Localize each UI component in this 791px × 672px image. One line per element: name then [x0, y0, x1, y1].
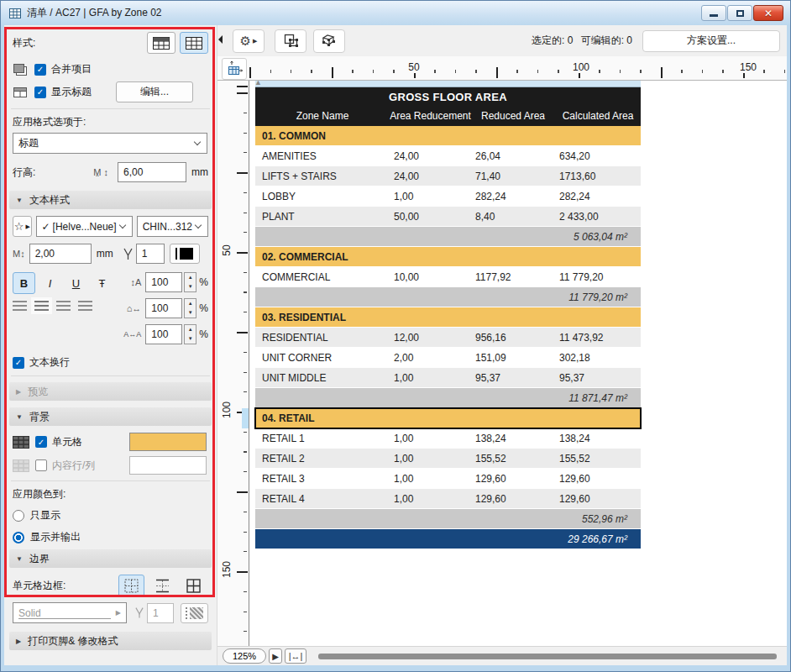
flyout-arrow-icon: ▶	[253, 38, 257, 45]
group-row[interactable]: 04. RETAIL	[255, 408, 641, 428]
fit-width-button[interactable]: |↔|	[285, 648, 306, 664]
summary-row[interactable]: 552,96 m²	[255, 509, 641, 529]
data-row[interactable]: LIFTS + STAIRS24,0071,401713,60	[255, 166, 641, 186]
table-header[interactable]: GROSS FLOOR AREA Zone Name Area Reduceme…	[255, 87, 641, 126]
section-background[interactable]: ▼ 背景	[9, 407, 212, 426]
restore-button[interactable]	[727, 5, 752, 21]
panel-collapse-arrow[interactable]	[218, 35, 223, 44]
style-compact-button[interactable]	[147, 32, 175, 54]
table-title: GROSS FLOOR AREA	[255, 87, 641, 106]
column-drag-strip[interactable]: ▲	[255, 81, 641, 87]
row-height-input[interactable]: 6,00	[118, 162, 186, 182]
group-row[interactable]: 02. COMMERCIAL	[255, 247, 641, 267]
summary-row[interactable]: 5 063,04 m²	[255, 227, 641, 247]
collapse-icon: ▼	[16, 413, 23, 421]
data-row[interactable]: AMENITIES24,0026,04634,20	[255, 146, 641, 166]
total-row[interactable]: 29 266,67 m²	[255, 529, 641, 549]
font-select[interactable]: ✓ [Helve...Neue]	[36, 216, 133, 237]
data-row[interactable]: RETAIL 11,00138,24138,24	[255, 428, 641, 449]
apply-color-label: 应用颜色到:	[13, 487, 65, 501]
data-row[interactable]: RETAIL 41,00129,60129,60	[255, 489, 641, 509]
merge-items-checkbox[interactable]: ✓	[34, 64, 46, 76]
section-print-footer[interactable]: ▶ 打印页脚& 修改格式	[9, 632, 212, 650]
summary-row[interactable]: 11 871,47 m²	[255, 388, 641, 408]
section-preview[interactable]: ▶ 预览	[9, 382, 212, 401]
display-output-radio[interactable]	[13, 532, 24, 543]
width-factor-stepper[interactable]: ▲▼	[184, 298, 196, 318]
text-height-icon: M↕	[13, 249, 25, 259]
settings-flyout-button[interactable]: ⚙ ▶	[233, 29, 265, 53]
format-target-select[interactable]: 标题	[13, 133, 207, 154]
data-row[interactable]: UNIT MIDDLE1,0095,3795,37	[255, 368, 641, 388]
text-size-unit: mm	[97, 248, 113, 260]
bottom-bar: 125% ▶ |↔|	[217, 646, 787, 665]
border-pen-input[interactable]: 1	[147, 603, 174, 623]
schedule-page[interactable]: ▲ GROSS FLOOR AREA Zone Name Area Reduce…	[249, 81, 787, 646]
data-row[interactable]: PLANT50,008,402 433,00	[255, 207, 641, 227]
underline-button[interactable]: U	[65, 272, 87, 294]
line-spacing-stepper[interactable]: ▲▼	[184, 272, 196, 292]
align-justify-icon[interactable]	[78, 301, 92, 311]
vertical-ruler[interactable]: 50 100 150	[217, 81, 249, 646]
text-wrap-label: 文本换行	[29, 355, 70, 370]
cell-background-checkbox[interactable]: ✓	[35, 436, 47, 448]
group-row[interactable]: 03. RESIDENTIAL	[255, 307, 641, 328]
horizontal-ruler[interactable]: 50 100 150	[217, 56, 787, 81]
text-wrap-checkbox[interactable]: ✓	[13, 357, 24, 369]
align-right-icon[interactable]	[56, 301, 71, 311]
horizontal-scrollbar[interactable]	[318, 654, 777, 659]
align-center-icon[interactable]	[34, 301, 49, 311]
data-row[interactable]: RESIDENTIAL12,00956,1611 473,92	[255, 328, 641, 348]
line-spacing-input[interactable]: 100	[145, 272, 182, 292]
display-only-radio[interactable]	[13, 510, 24, 522]
italic-button[interactable]: I	[39, 272, 61, 294]
summary-row[interactable]: 11 779,20 m²	[255, 287, 641, 307]
close-button[interactable]: ✕	[753, 5, 783, 21]
zoom-level-button[interactable]: 125%	[223, 648, 266, 664]
border-horizontal-button[interactable]	[149, 575, 175, 597]
ruler-origin-button[interactable]	[222, 58, 247, 80]
encoding-select[interactable]: CHIN...312	[137, 216, 208, 237]
scheme-settings-button[interactable]: 方案设置...	[642, 30, 780, 52]
zoom-flyout-button[interactable]: ▶	[269, 648, 282, 664]
tracking-input[interactable]: 100	[145, 324, 182, 344]
show-header-checkbox[interactable]: ✓	[34, 87, 46, 98]
tracking-stepper[interactable]: ▲▼	[184, 324, 196, 344]
border-line-type-select[interactable]: Solid ▶	[13, 602, 127, 623]
row-color-swatch[interactable]	[129, 456, 207, 475]
group-row[interactable]: 01. COMMON	[255, 126, 641, 146]
text-size-input[interactable]: 2,00	[29, 244, 92, 264]
col-zone-name[interactable]: Zone Name	[255, 110, 390, 122]
pen-number-input[interactable]: 1	[136, 244, 165, 264]
col-area-reducement[interactable]: Area Reducement	[390, 110, 471, 122]
data-row[interactable]: UNIT CORNER2,00151,09302,18	[255, 348, 641, 368]
schedule-table[interactable]: GROSS FLOOR AREA Zone Name Area Reduceme…	[255, 87, 641, 549]
bold-button[interactable]: B	[13, 272, 35, 294]
border-dotted-button[interactable]	[118, 575, 144, 597]
minimize-button[interactable]	[701, 5, 726, 21]
select-zone-button[interactable]	[275, 29, 306, 53]
tracking-icon: A↔A	[123, 330, 141, 339]
select-3d-button[interactable]	[313, 29, 345, 53]
col-reduced-area[interactable]: Reduced Area	[471, 110, 555, 122]
col-calculated-area[interactable]: Calculated Area	[555, 110, 641, 122]
data-row[interactable]: RETAIL 31,00129,60129,60	[255, 469, 641, 489]
edit-button[interactable]: 编辑...	[116, 81, 193, 102]
row-background-checkbox[interactable]	[35, 459, 47, 471]
section-border[interactable]: ▼ 边界	[9, 549, 212, 568]
pen-color-button[interactable]	[170, 244, 200, 264]
data-row[interactable]: COMMERCIAL10,001177,9211 779,20	[255, 267, 641, 287]
favorite-text-style-button[interactable]: ☆▶	[13, 216, 32, 237]
data-row[interactable]: RETAIL 21,00155,52155,52	[255, 449, 641, 469]
section-text-style[interactable]: ▼ 文本样式	[9, 191, 212, 209]
width-factor-input[interactable]: 100	[145, 298, 182, 318]
strikethrough-button[interactable]: Ŧ	[91, 272, 113, 294]
data-row[interactable]: LOBBY1,00282,24282,24	[255, 186, 641, 207]
cell-color-swatch[interactable]	[129, 433, 207, 451]
border-color-button[interactable]	[181, 603, 208, 623]
pen-icon	[123, 248, 133, 260]
border-all-button[interactable]	[181, 575, 207, 597]
align-left-icon[interactable]	[13, 301, 27, 311]
style-grid-button[interactable]	[180, 32, 208, 54]
title-bar[interactable]: 清单 / AC27 | GFA by Zone 02 ✕	[1, 1, 790, 25]
